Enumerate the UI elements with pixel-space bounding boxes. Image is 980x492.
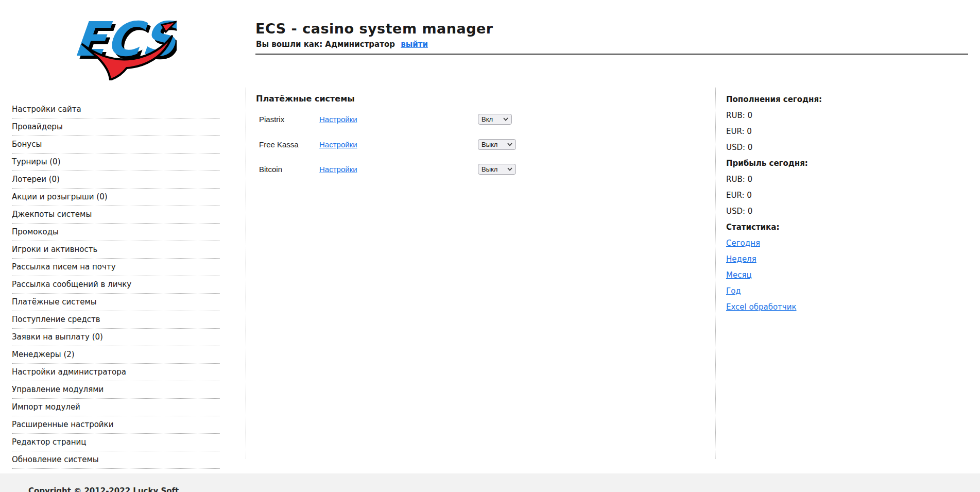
deposits-usd: USD: 0 bbox=[726, 143, 881, 152]
section-heading: Платёжные системы bbox=[256, 94, 355, 104]
login-status: Вы вошли как: Администратор выйти bbox=[256, 40, 428, 49]
sidebar-item-tournaments[interactable]: Турниры (0) bbox=[12, 154, 220, 171]
state-select-wrap: Выкл bbox=[478, 139, 516, 150]
profit-heading: Прибыль сегодня: bbox=[726, 159, 881, 168]
stats-link-year[interactable]: Год bbox=[726, 286, 741, 296]
sidebar-item-system-update[interactable]: Обновление системы bbox=[12, 451, 220, 469]
sidebar-item-payment-systems[interactable]: Платёжные системы bbox=[12, 294, 220, 311]
profit-eur: EUR: 0 bbox=[726, 191, 881, 200]
payment-row-bitcoin: Bitcoin Настройки Выкл bbox=[259, 164, 547, 175]
stats-link-today[interactable]: Сегодня bbox=[726, 239, 760, 248]
ecs-logo[interactable]: ECS ECS bbox=[71, 9, 177, 80]
sidebar-item-jackpots[interactable]: Джекпоты системы bbox=[12, 206, 220, 224]
sidebar-item-bonuses[interactable]: Бонусы bbox=[12, 136, 220, 154]
sidebar-item-private-messages[interactable]: Рассылка сообщений в личку bbox=[12, 276, 220, 294]
stats-link-excel-handler[interactable]: Excel обработчик bbox=[726, 302, 796, 312]
deposits-eur: EUR: 0 bbox=[726, 127, 881, 136]
sidebar-item-lotteries[interactable]: Лотереи (0) bbox=[12, 171, 220, 189]
stats-heading: Статистика: bbox=[726, 223, 881, 232]
payment-row-piastrix: Piastrix Настройки Вкл bbox=[259, 114, 547, 125]
sidebar-nav: Настройки сайта Провайдеры Бонусы Турнир… bbox=[12, 101, 220, 469]
sidebar-item-providers[interactable]: Провайдеры bbox=[12, 118, 220, 136]
sidebar-item-managers[interactable]: Менеджеры (2) bbox=[12, 346, 220, 364]
state-select-piastrix[interactable]: Вкл bbox=[478, 114, 512, 125]
profit-usd: USD: 0 bbox=[726, 207, 881, 216]
sidebar-item-promocodes[interactable]: Промокоды bbox=[12, 224, 220, 241]
profit-rub: RUB: 0 bbox=[726, 175, 881, 184]
settings-link-bitcoin[interactable]: Настройки bbox=[319, 165, 357, 174]
settings-link-freekassa[interactable]: Настройки bbox=[319, 140, 357, 149]
state-select-freekassa[interactable]: Выкл bbox=[478, 139, 516, 150]
sidebar-item-advanced-settings[interactable]: Расширенные настройки bbox=[12, 416, 220, 434]
payment-row-freekassa: Free Kassa Настройки Выкл bbox=[259, 139, 547, 150]
payment-name: Piastrix bbox=[259, 115, 284, 124]
stats-link-month[interactable]: Месяц bbox=[726, 270, 752, 280]
header-divider bbox=[255, 54, 968, 55]
payment-name: Free Kassa bbox=[259, 140, 299, 149]
login-status-text: Вы вошли как: Администратор bbox=[256, 40, 395, 49]
state-select-wrap: Вкл bbox=[478, 114, 512, 125]
settings-link-piastrix[interactable]: Настройки bbox=[319, 115, 357, 124]
sidebar-item-payout-requests[interactable]: Заявки на выплату (0) bbox=[12, 329, 220, 346]
sidebar-item-site-settings[interactable]: Настройки сайта bbox=[12, 101, 220, 118]
state-select-bitcoin[interactable]: Выкл bbox=[478, 164, 516, 175]
left-column-separator bbox=[246, 88, 246, 459]
footer: Copyright © 2012-2022 Lucky Soft bbox=[0, 473, 980, 492]
page-title: ECS - casino system manager bbox=[255, 21, 493, 37]
state-select-wrap: Выкл bbox=[478, 164, 516, 175]
sidebar-item-promotions[interactable]: Акции и розыгрыши (0) bbox=[12, 189, 220, 206]
copyright-text: Copyright © 2012-2022 Lucky Soft bbox=[28, 486, 179, 492]
deposits-rub: RUB: 0 bbox=[726, 111, 881, 120]
sidebar-item-players-activity[interactable]: Игроки и активность bbox=[12, 241, 220, 259]
sidebar-item-admin-settings[interactable]: Настройки администратора bbox=[12, 364, 220, 381]
logout-link[interactable]: выйти bbox=[401, 40, 428, 49]
sidebar-item-incoming-funds[interactable]: Поступление средств bbox=[12, 311, 220, 329]
sidebar-item-page-editor[interactable]: Редактор страниц bbox=[12, 434, 220, 451]
stats-panel: Пополнения сегодня: RUB: 0 EUR: 0 USD: 0… bbox=[726, 95, 881, 319]
sidebar-item-module-import[interactable]: Импорт модулей bbox=[12, 399, 220, 416]
right-column-separator bbox=[715, 88, 716, 459]
admin-page: ECS ECS ECS - casino system manager Вы в… bbox=[0, 0, 980, 492]
payment-name: Bitcoin bbox=[259, 165, 282, 174]
stats-link-week[interactable]: Неделя bbox=[726, 255, 757, 264]
sidebar-item-module-management[interactable]: Управление модулями bbox=[12, 381, 220, 399]
deposits-heading: Пополнения сегодня: bbox=[726, 95, 881, 104]
sidebar-item-email-newsletter[interactable]: Рассылка писем на почту bbox=[12, 259, 220, 276]
